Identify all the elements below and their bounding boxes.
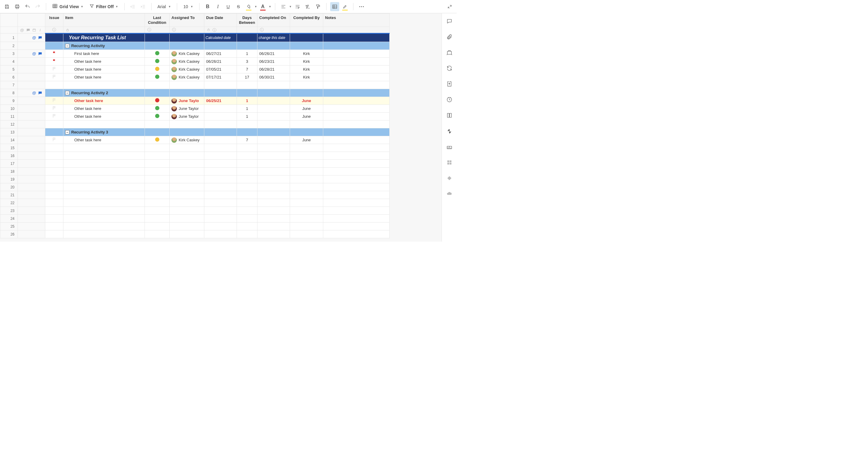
table-row[interactable]: 14 Other task here Kirk Caskey 7 June bbox=[0, 136, 390, 144]
cell[interactable] bbox=[45, 136, 63, 144]
cell[interactable] bbox=[63, 199, 145, 207]
comment-icon[interactable] bbox=[38, 51, 42, 56]
collapse-icon[interactable]: − bbox=[65, 44, 69, 48]
cell[interactable] bbox=[323, 144, 390, 152]
cell[interactable] bbox=[145, 74, 169, 81]
cell[interactable] bbox=[323, 136, 390, 144]
cell[interactable] bbox=[45, 42, 63, 50]
flag-icon[interactable] bbox=[52, 106, 56, 111]
cell[interactable] bbox=[204, 207, 237, 215]
align-button[interactable] bbox=[279, 2, 288, 11]
cell[interactable] bbox=[45, 81, 63, 89]
comment-icon[interactable] bbox=[38, 91, 42, 95]
cell[interactable]: 06/26/21 bbox=[257, 50, 290, 58]
cell[interactable] bbox=[257, 199, 290, 207]
cell[interactable]: Other task here bbox=[63, 74, 145, 81]
assignee[interactable]: Kirk Caskey bbox=[172, 51, 202, 56]
italic-button[interactable]: I bbox=[213, 2, 222, 11]
cell[interactable] bbox=[45, 65, 63, 74]
cell[interactable]: Other task here bbox=[63, 105, 145, 113]
cell[interactable] bbox=[145, 183, 169, 191]
col-completed-by[interactable]: Completed By bbox=[290, 13, 323, 27]
cell[interactable] bbox=[145, 58, 169, 65]
cell[interactable] bbox=[45, 74, 63, 81]
cell[interactable]: 1 bbox=[237, 113, 257, 120]
cell[interactable] bbox=[323, 113, 390, 120]
row-number[interactable]: 20 bbox=[0, 183, 18, 191]
cell[interactable] bbox=[290, 160, 323, 168]
cell[interactable] bbox=[145, 191, 169, 199]
cell[interactable] bbox=[257, 207, 290, 215]
cell[interactable]: 3 bbox=[237, 58, 257, 65]
cell[interactable] bbox=[45, 120, 63, 128]
cell[interactable]: 06/26/21 bbox=[204, 58, 237, 65]
cell[interactable] bbox=[204, 136, 237, 144]
cell[interactable] bbox=[290, 168, 323, 175]
cell[interactable] bbox=[45, 89, 63, 97]
cell[interactable]: 1 bbox=[237, 97, 257, 105]
cell[interactable] bbox=[290, 223, 323, 230]
cell[interactable]: Kirk bbox=[290, 65, 323, 74]
table-row[interactable]: 17 bbox=[0, 160, 390, 168]
cell[interactable] bbox=[257, 97, 290, 105]
cell[interactable] bbox=[323, 223, 390, 230]
cell[interactable] bbox=[145, 105, 169, 113]
align-chevron[interactable]: ▼ bbox=[289, 5, 292, 8]
cell[interactable] bbox=[323, 120, 390, 128]
cell[interactable] bbox=[323, 50, 390, 58]
cell[interactable] bbox=[257, 183, 290, 191]
cell[interactable]: Other task here bbox=[63, 65, 145, 74]
assignee[interactable]: June Taylo bbox=[172, 98, 202, 104]
cell[interactable] bbox=[169, 183, 204, 191]
underline-button[interactable]: U bbox=[224, 2, 233, 11]
table-row[interactable]: 12 bbox=[0, 120, 390, 128]
cell[interactable] bbox=[204, 191, 237, 199]
cell[interactable]: 06/30/21 bbox=[257, 74, 290, 81]
table-row[interactable]: 9 Other task here June Taylo 06/25/21 1 … bbox=[0, 97, 390, 105]
clear-format-button[interactable] bbox=[303, 2, 312, 11]
cell[interactable] bbox=[45, 199, 63, 207]
cell[interactable]: Other task here bbox=[63, 113, 145, 120]
cell[interactable] bbox=[204, 199, 237, 207]
cell[interactable]: June bbox=[290, 136, 323, 144]
cell[interactable]: 1 bbox=[237, 105, 257, 113]
section-label[interactable]: −Recurring Activity bbox=[63, 42, 145, 50]
proof-button[interactable] bbox=[446, 49, 453, 56]
col-days-between[interactable]: Days Between bbox=[237, 13, 257, 27]
cell[interactable]: 7 bbox=[237, 65, 257, 74]
cell[interactable]: Kirk bbox=[290, 50, 323, 58]
cell[interactable] bbox=[323, 160, 390, 168]
table-row[interactable]: 26 bbox=[0, 230, 390, 238]
table-row[interactable]: 15 bbox=[0, 144, 390, 152]
cell[interactable] bbox=[169, 120, 204, 128]
undo-button[interactable] bbox=[23, 2, 32, 11]
cell[interactable] bbox=[145, 207, 169, 215]
resource-mgmt-button[interactable] bbox=[446, 143, 453, 150]
cell[interactable] bbox=[63, 191, 145, 199]
cell[interactable] bbox=[290, 199, 323, 207]
cell[interactable] bbox=[204, 160, 237, 168]
cell[interactable] bbox=[169, 175, 204, 183]
brandfolder-button[interactable] bbox=[446, 127, 453, 135]
section-label[interactable]: −Recurring Activity 3 bbox=[63, 128, 145, 136]
cell[interactable] bbox=[323, 168, 390, 175]
cell[interactable]: 07/17/21 bbox=[204, 74, 237, 81]
cell[interactable] bbox=[145, 65, 169, 74]
cell[interactable] bbox=[237, 230, 257, 238]
table-row[interactable]: 3 @ First task here Kirk Caskey 06/27/21… bbox=[0, 50, 390, 58]
cell[interactable] bbox=[257, 81, 290, 89]
cell[interactable] bbox=[45, 168, 63, 175]
cell[interactable] bbox=[237, 160, 257, 168]
table-row[interactable]: 21 bbox=[0, 191, 390, 199]
cell[interactable] bbox=[204, 144, 237, 152]
section-row[interactable]: 8 @ −Recurring Activity 2 bbox=[0, 89, 390, 97]
cell[interactable] bbox=[237, 152, 257, 160]
cell[interactable] bbox=[323, 152, 390, 160]
row-number[interactable]: 26 bbox=[0, 230, 18, 238]
cell[interactable]: Kirk Caskey bbox=[169, 74, 204, 81]
cell[interactable] bbox=[169, 223, 204, 230]
cell[interactable] bbox=[145, 160, 169, 168]
row-number[interactable]: 1 bbox=[0, 33, 18, 42]
cell[interactable] bbox=[257, 152, 290, 160]
cell[interactable] bbox=[257, 136, 290, 144]
